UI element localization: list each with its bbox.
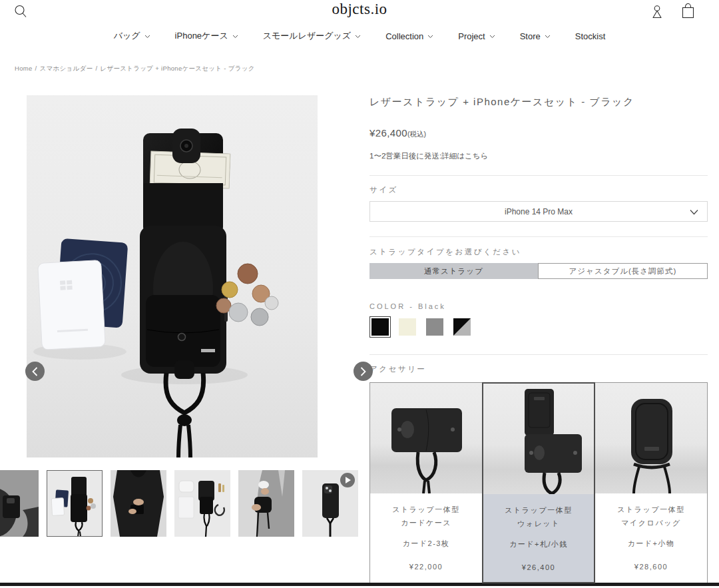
product-title: レザーストラップ + iPhoneケースセット - ブラック [369, 96, 708, 109]
chevron-down-icon [232, 35, 238, 39]
accessory-title: ストラップ一体型 [486, 504, 591, 517]
accessory-title: ストラップ一体型 [598, 503, 704, 517]
accessory-photo-microbag [595, 383, 707, 493]
nav-item-collection[interactable]: Collection [385, 30, 433, 42]
chevron-down-icon [489, 35, 495, 39]
nav-item-store[interactable]: Store [520, 30, 551, 42]
chevron-down-icon [690, 209, 698, 215]
product-photo [27, 95, 318, 457]
logo[interactable]: objcts.io [0, 1, 719, 18]
thumbnail-flatlay-accessories-set[interactable] [174, 470, 230, 537]
nav-item-small-leather-goods[interactable]: スモールレザーグッズ [263, 30, 361, 42]
color-swatch-black-gray[interactable] [451, 316, 473, 338]
color-swatch-black[interactable] [369, 316, 391, 338]
chevron-down-icon [427, 35, 433, 39]
color-swatch-cream[interactable] [397, 316, 418, 338]
accessory-photo-wallet [483, 384, 594, 494]
chevron-right-icon [360, 367, 366, 376]
breadcrumb-current: レザーストラップ + iPhoneケースセット - ブラック [100, 65, 254, 72]
thumbnail-hands-holding-wallet[interactable] [0, 470, 39, 537]
accessories-grid: ストラップ一体型 カードケース カード2-3枚 ¥22,000 [369, 382, 708, 583]
chevron-down-icon [545, 35, 551, 39]
accessory-photo-cardcase [370, 383, 482, 493]
color-label: COLOR - Black [369, 302, 708, 310]
thumbnail-strip [0, 470, 360, 537]
accessory-capacity: カード+小物 [598, 539, 704, 549]
chevron-left-icon [32, 367, 38, 376]
strap-type-options: 通常ストラップ アジャスタブル(長さ調節式) [369, 263, 708, 279]
accessory-card-wallet[interactable]: ストラップ一体型 ウォレット カード+札/小銭 ¥26,400 [482, 382, 595, 583]
chevron-down-icon [144, 35, 150, 39]
color-swatch-gray[interactable] [424, 316, 445, 338]
divider [369, 175, 708, 176]
accessory-title: ストラップ一体型 [373, 503, 479, 517]
nav-item-project[interactable]: Project [458, 30, 495, 42]
breadcrumb-category[interactable]: スマホショルダー [40, 65, 93, 72]
breadcrumb-home[interactable]: Home [15, 65, 33, 72]
size-label: サイズ [369, 185, 708, 195]
nav-item-stockist[interactable]: Stockist [575, 30, 606, 42]
color-swatches [369, 316, 708, 338]
accessories-label: アクセサリー [369, 364, 708, 374]
strap-type-label: ストラップタイプをお選びください [369, 247, 708, 257]
accessory-title2: ウォレット [486, 517, 591, 531]
nav-item-bags[interactable]: バッグ [114, 30, 150, 42]
play-icon [340, 473, 355, 487]
thumbnail-model-black-outfit-wallet[interactable] [111, 470, 166, 537]
shipping-note: 1〜2営業日後に発送:詳細はこちら [369, 151, 708, 161]
accessory-capacity: カード+札/小銭 [486, 539, 591, 549]
footer-top-edge [0, 583, 719, 586]
next-image-button[interactable] [354, 362, 373, 381]
thumbnail-case-with-strap-video[interactable] [302, 470, 358, 537]
accessory-card-cardcase[interactable]: ストラップ一体型 カードケース カード2-3枚 ¥22,000 [369, 382, 483, 583]
price-row: ¥26,400(税込) [369, 127, 708, 139]
strap-option-normal[interactable]: 通常ストラップ [369, 263, 538, 279]
nav-item-iphone-cases[interactable]: iPhoneケース [175, 30, 238, 42]
accessory-title2: マイクロバッグ [598, 517, 704, 530]
accessory-price: ¥22,000 [373, 563, 479, 571]
accessory-title2: カードケース [373, 517, 479, 530]
product-price: ¥26,400 [369, 127, 407, 139]
accessory-card-microbag[interactable]: ストラップ一体型 マイクロバッグ カード+小物 ¥28,600 [595, 382, 708, 583]
tax-note: (税込) [407, 130, 426, 138]
size-select[interactable]: iPhone 14 Pro Max [369, 201, 708, 222]
accessory-price: ¥28,600 [598, 563, 704, 571]
divider [369, 354, 708, 355]
divider [369, 236, 708, 237]
size-selected-value: iPhone 14 Pro Max [505, 207, 573, 216]
chevron-down-icon [355, 35, 361, 39]
cart-icon[interactable] [681, 3, 695, 21]
accessory-price: ¥26,400 [486, 563, 591, 571]
prev-image-button[interactable] [25, 362, 45, 381]
strap-option-adjustable[interactable]: アジャスタブル(長さ調節式) [538, 263, 708, 279]
product-details: レザーストラップ + iPhoneケースセット - ブラック ¥26,400(税… [369, 94, 708, 583]
main-nav: バッグ iPhoneケース スモールレザーグッズ Collection Proj… [0, 30, 719, 42]
account-icon[interactable] [650, 4, 664, 21]
breadcrumb: Home/スマホショルダー/レザーストラップ + iPhoneケースセット - … [15, 65, 255, 73]
thumbnail-model-gray-hoodie-pouch[interactable] [238, 470, 294, 537]
accessory-capacity: カード2-3枚 [373, 539, 479, 549]
shipping-details-link[interactable]: こちら [465, 152, 488, 160]
thumbnail-flatlay-case-cards-coins[interactable] [47, 470, 103, 537]
